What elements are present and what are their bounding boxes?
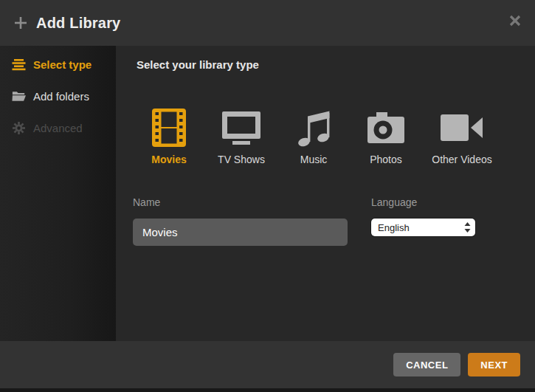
close-icon[interactable] [508, 14, 522, 27]
library-type-label: Music [300, 154, 328, 165]
sidebar-item-label: Select type [33, 58, 92, 71]
gear-icon [12, 122, 26, 134]
plus-icon [13, 16, 28, 30]
library-type-row: Movies TV Shows [137, 106, 498, 165]
folder-icon [12, 90, 26, 103]
library-type-label: Photos [370, 154, 402, 165]
library-type-label: Movies [151, 154, 186, 165]
sidebar-item-label: Advanced [33, 122, 83, 134]
dialog-sidebar: Select type Add folders [0, 46, 116, 341]
music-note-icon [297, 109, 331, 147]
library-type-tv-shows[interactable]: TV Shows [209, 106, 274, 165]
bottom-edge [0, 388, 535, 392]
library-type-label: TV Shows [218, 154, 265, 165]
sidebar-item-select-type[interactable]: Select type [0, 49, 116, 80]
library-type-label: Other Videos [432, 154, 491, 165]
sidebar-item-label: Add folders [33, 90, 89, 103]
library-type-music[interactable]: Music [281, 106, 346, 165]
language-field-label: Language [371, 196, 417, 208]
next-button[interactable]: NEXT [468, 353, 520, 376]
sidebar-item-add-folders[interactable]: Add folders [0, 80, 116, 112]
film-icon [152, 109, 186, 147]
name-field-label: Name [133, 196, 160, 208]
content-heading: Select your library type [137, 58, 259, 71]
library-type-movies[interactable]: Movies [137, 106, 201, 165]
library-name-input[interactable] [133, 219, 348, 246]
dialog-footer: CANCEL NEXT [0, 341, 535, 388]
language-selected-value: English [378, 222, 464, 233]
dialog-header: Add Library [0, 0, 535, 46]
library-type-other-videos[interactable]: Other Videos [426, 106, 498, 165]
stepper-arrows-icon [464, 222, 471, 233]
camera-icon [367, 111, 404, 145]
library-type-photos[interactable]: Photos [353, 106, 418, 165]
dialog-content: Select your library type [116, 46, 535, 341]
add-library-dialog: Add Library Select type Add folders [0, 0, 535, 392]
language-select[interactable]: English [371, 219, 475, 236]
lines-icon [12, 58, 26, 71]
dialog-title: Add Library [36, 15, 120, 32]
cancel-button[interactable]: CANCEL [393, 353, 460, 376]
video-camera-icon [441, 113, 483, 142]
sidebar-item-advanced: Advanced [0, 112, 116, 144]
tv-icon [221, 110, 261, 145]
